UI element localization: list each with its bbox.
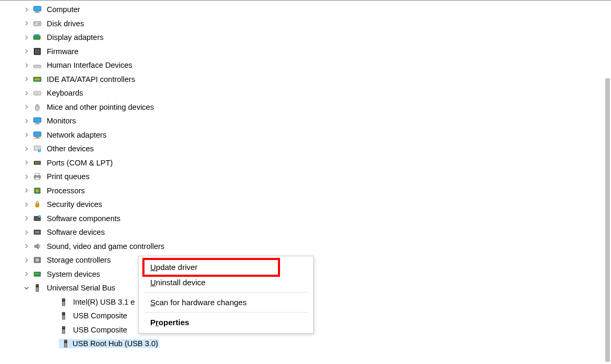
chevron-right-icon[interactable] <box>23 160 29 165</box>
tree-item[interactable]: Mice and other pointing devices <box>0 100 599 115</box>
tree-item-label: Processors <box>46 186 86 195</box>
tree-item-label: IDE ATA/ATAPI controllers <box>46 75 136 84</box>
tree-item-label: USB Root Hub (USB 3.0) <box>71 339 159 348</box>
sw-dev-icon <box>33 227 42 237</box>
other-icon: ? <box>33 144 42 153</box>
svg-rect-75 <box>64 313 65 314</box>
chevron-right-icon[interactable] <box>23 21 29 26</box>
svg-rect-16 <box>34 66 35 66</box>
tree-item[interactable]: Human Interface Devices <box>0 58 599 72</box>
tree-item[interactable]: Disk drives <box>0 17 599 31</box>
tree-item-label: Intel(R) USB 3.1 e <box>72 298 136 306</box>
hid-icon <box>33 60 42 70</box>
tree-item[interactable]: Monitors <box>0 114 599 128</box>
tree-item[interactable]: Processors <box>0 184 599 198</box>
tree-item-label: Other devices <box>46 144 95 153</box>
svg-rect-31 <box>34 118 41 122</box>
chevron-right-icon[interactable] <box>23 202 29 207</box>
monitor-icon <box>33 5 42 14</box>
svg-point-11 <box>35 49 36 50</box>
firmware-icon <box>33 47 42 56</box>
svg-rect-45 <box>35 178 39 180</box>
menu-item[interactable]: Uninstall device <box>139 275 313 290</box>
menu-item-label: Properties <box>150 318 189 327</box>
tree-item[interactable]: IDE ATA/ATAPI controllers <box>0 72 599 87</box>
chevron-right-icon[interactable] <box>23 35 29 40</box>
menu-item[interactable]: Update driver <box>139 259 313 275</box>
chevron-right-icon[interactable] <box>23 216 29 221</box>
svg-rect-67 <box>38 285 39 286</box>
scrollbar-track[interactable] <box>603 1 611 364</box>
tree-item[interactable]: Network adapters <box>0 128 599 142</box>
svg-rect-6 <box>34 36 40 39</box>
scrollbar-thumb[interactable] <box>605 78 610 362</box>
menu-item-label: Scan for hardware changes <box>150 298 246 307</box>
tree-item[interactable]: Display adapters <box>0 30 599 45</box>
svg-point-12 <box>38 49 39 50</box>
tree-item[interactable]: Sound, video and game controllers <box>0 240 599 254</box>
svg-point-14 <box>38 53 39 53</box>
tree-item[interactable]: USB Root Hub (USB 3.0) <box>0 337 599 351</box>
chevron-right-icon[interactable] <box>23 272 29 276</box>
chevron-right-icon[interactable] <box>23 230 29 235</box>
tree-item-label: Display adapters <box>46 33 105 41</box>
tree-item-label: Firmware <box>46 47 79 56</box>
chevron-right-icon[interactable] <box>23 49 29 54</box>
svg-rect-76 <box>63 315 65 319</box>
tree-item[interactable]: Keyboards <box>0 86 599 100</box>
chevron-right-icon[interactable] <box>23 132 29 137</box>
tree-item[interactable]: Print queues <box>0 170 599 184</box>
tree-item-label: Monitors <box>46 117 77 125</box>
svg-rect-23 <box>35 92 36 93</box>
svg-rect-70 <box>63 299 64 300</box>
tree-item[interactable]: Software devices <box>0 225 599 240</box>
tree-item-label: Disk drives <box>46 19 85 28</box>
tree-item-label: Security devices <box>46 200 103 209</box>
svg-rect-5 <box>34 23 36 23</box>
svg-rect-44 <box>35 173 39 175</box>
sw-comp-icon: + <box>33 214 42 223</box>
tree-item[interactable]: Ports (COM & LPT) <box>0 156 599 170</box>
tree-item-label: System devices <box>46 270 101 278</box>
tree-item[interactable]: Security devices <box>0 197 599 212</box>
menu-item[interactable]: Properties <box>139 315 313 330</box>
chevron-right-icon[interactable] <box>23 188 29 193</box>
port-icon <box>33 158 42 168</box>
chevron-right-icon[interactable] <box>23 91 29 96</box>
tree-item[interactable]: +Software components <box>0 212 599 226</box>
tree-item-label: Human Interface Devices <box>46 61 133 69</box>
tree-item-label: Sound, video and game controllers <box>46 242 165 251</box>
svg-rect-22 <box>34 91 41 95</box>
chevron-right-icon[interactable] <box>23 258 29 263</box>
svg-rect-18 <box>37 66 38 66</box>
svg-rect-33 <box>35 124 40 124</box>
chevron-down-icon[interactable] <box>23 286 29 290</box>
chevron-right-icon[interactable] <box>23 105 29 109</box>
svg-text:?: ? <box>39 149 40 152</box>
tree-item-label: Software components <box>46 214 121 223</box>
svg-rect-21 <box>35 78 40 80</box>
svg-rect-72 <box>63 301 65 306</box>
svg-rect-71 <box>64 299 65 300</box>
chevron-right-icon[interactable] <box>23 77 29 81</box>
tree-item-label: USB Composite <box>72 311 128 320</box>
menu-item[interactable]: Scan for hardware changes <box>139 295 313 310</box>
printer-icon <box>33 172 42 181</box>
usb-icon <box>59 311 68 320</box>
svg-rect-25 <box>37 92 38 93</box>
chevron-right-icon[interactable] <box>23 174 29 179</box>
svg-rect-32 <box>36 123 39 124</box>
svg-rect-69 <box>62 298 65 301</box>
chevron-right-icon[interactable] <box>23 63 29 68</box>
chevron-right-icon[interactable] <box>23 147 29 151</box>
chevron-right-icon[interactable] <box>23 244 29 248</box>
chevron-right-icon[interactable] <box>23 7 29 12</box>
chevron-right-icon[interactable] <box>23 119 29 123</box>
tree-item[interactable]: Computer <box>0 3 599 17</box>
svg-rect-77 <box>62 326 65 329</box>
network-icon <box>33 130 42 140</box>
svg-rect-68 <box>36 287 39 292</box>
tree-item[interactable]: Firmware <box>0 45 599 59</box>
svg-point-4 <box>38 23 40 25</box>
tree-item[interactable]: ?Other devices <box>0 142 599 156</box>
